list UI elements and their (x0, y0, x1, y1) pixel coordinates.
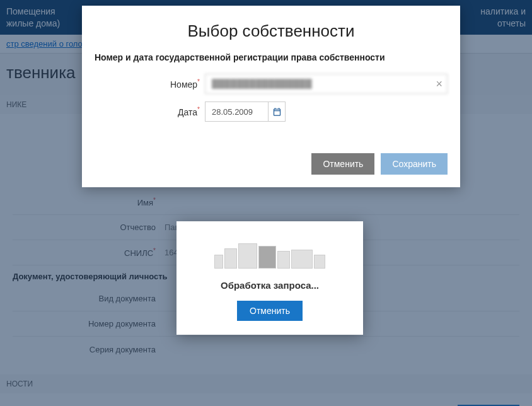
modal-date-label: Дата* (95, 106, 205, 117)
loading-cancel-button[interactable]: Отменить (237, 301, 303, 321)
city-illustration-icon (189, 237, 350, 269)
modal-number-input[interactable] (205, 74, 448, 94)
modal-number-label: Номер* (95, 78, 205, 90)
loading-modal: Обработка запроса... Отменить (176, 221, 363, 335)
modal-title: Выбор собственности (95, 21, 448, 41)
modal-cancel-button[interactable]: Отменить (311, 153, 374, 175)
modal-save-button[interactable]: Сохранить (381, 153, 448, 175)
modal-date-input[interactable] (205, 102, 268, 122)
modal-ownership: Выбор собственности Номер и дата государ… (82, 6, 460, 187)
calendar-icon[interactable] (268, 102, 286, 122)
loading-text: Обработка запроса... (189, 280, 350, 291)
clear-icon[interactable]: × (436, 78, 442, 91)
modal-subtitle: Номер и дата государственной регистрации… (95, 52, 448, 62)
